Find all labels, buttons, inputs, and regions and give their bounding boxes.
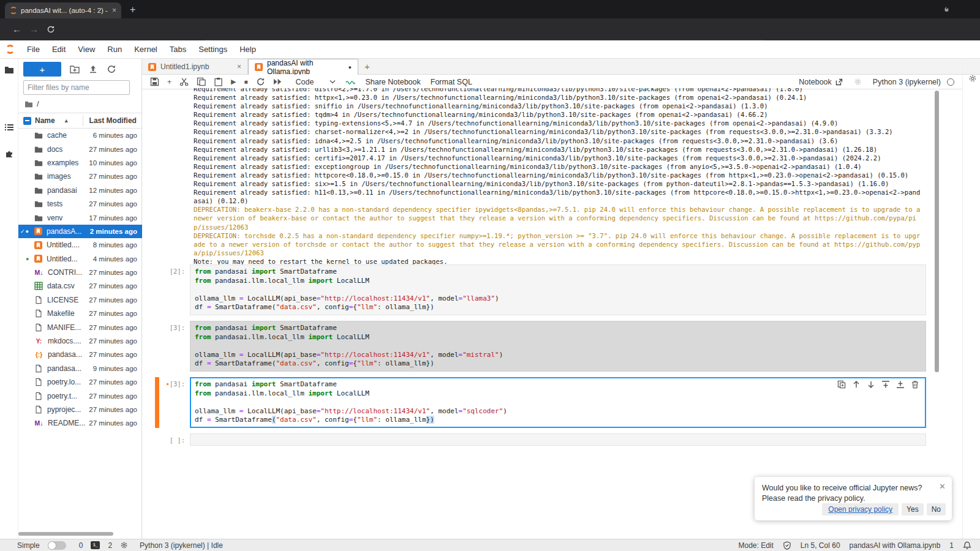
sql-squiggle-icon[interactable] [345, 79, 355, 85]
close-tab-icon[interactable]: × [237, 62, 241, 71]
new-browser-tab-button[interactable]: + [130, 4, 135, 15]
delete-cell-icon[interactable] [911, 380, 919, 389]
file-row[interactable]: pandasai12 minutes ago [18, 184, 142, 197]
cursor-position[interactable]: Ln 5, Col 60 [801, 541, 840, 550]
sort-ascending-icon[interactable]: ▲ [64, 118, 69, 124]
forward-icon[interactable]: → [29, 24, 39, 34]
file-row[interactable]: Y:mkdocs....27 minutes ago [18, 334, 142, 348]
paste-cells-icon[interactable] [214, 77, 223, 86]
no-button[interactable]: No [927, 503, 946, 515]
cell-editor[interactable]: from pandasai import SmartDataframefrom … [190, 377, 926, 428]
right-sidebar-gear-icon[interactable] [968, 74, 977, 83]
insert-cell-below-icon[interactable] [896, 380, 905, 389]
file-row[interactable]: LICENSE27 minutes ago [18, 293, 142, 307]
move-cell-up-icon[interactable] [852, 380, 861, 389]
cell-editor[interactable]: from pandasai import SmartDataframefrom … [190, 264, 926, 315]
external-link-icon[interactable] [835, 78, 843, 86]
file-row[interactable]: tests27 minutes ago [18, 197, 142, 211]
menu-settings[interactable]: Settings [192, 45, 233, 54]
browser-tab-close-icon[interactable]: × [112, 6, 116, 15]
upload-icon[interactable] [88, 64, 98, 74]
cell-editor[interactable] [190, 433, 926, 446]
file-row[interactable]: examples10 minutes ago [18, 156, 142, 170]
open-privacy-policy-button[interactable]: Open privacy policy [822, 503, 899, 515]
select-all-checkbox[interactable] [23, 117, 31, 125]
notebook-scrollbar-thumb[interactable] [935, 91, 939, 372]
file-row[interactable]: docs27 minutes ago [18, 142, 142, 156]
file-row[interactable]: cache6 minutes ago [18, 129, 142, 142]
tab-pandasai-with-ollama[interactable]: pandasAI with Ollama.ipynb ● [248, 59, 358, 75]
new-launcher-button[interactable]: + [23, 62, 61, 77]
yes-button[interactable]: Yes [902, 503, 924, 515]
close-icon[interactable]: ✕ [939, 482, 946, 491]
insert-cell-icon[interactable]: + [167, 78, 172, 86]
terminal-icon[interactable]: $_ [91, 541, 100, 549]
home-folder-icon[interactable] [24, 100, 33, 108]
notification-bell-icon[interactable] [963, 541, 971, 550]
menu-file[interactable]: File [21, 45, 46, 54]
share-notebook-button[interactable]: Share Notebook [365, 78, 420, 86]
chevron-down-icon[interactable] [330, 79, 336, 85]
cell-editor[interactable]: from pandasai import SmartDataframefrom … [190, 321, 926, 372]
cell-collapser[interactable] [155, 377, 159, 428]
menu-view[interactable]: View [72, 45, 101, 54]
file-row[interactable]: poetry.t...27 minutes ago [18, 389, 142, 402]
kernel-status-text[interactable]: Python 3 (ipykernel) | Idle [140, 541, 223, 550]
duplicate-cell-icon[interactable] [837, 380, 846, 389]
file-row[interactable]: ✓●pandasA...2 minutes ago [18, 225, 142, 238]
file-row[interactable]: pandasa...9 minutes ago [18, 362, 142, 375]
browser-extension-icon[interactable] [942, 5, 951, 13]
copy-cells-icon[interactable] [197, 77, 206, 86]
toolbar-gear-icon[interactable] [854, 78, 862, 86]
save-icon[interactable] [150, 77, 159, 86]
tab-untitled1[interactable]: Untitled1.ipynb × [142, 59, 248, 75]
file-row[interactable]: venv17 minutes ago [18, 211, 142, 224]
notebook-mode-label[interactable]: Notebook [799, 78, 832, 86]
file-filter-box[interactable] [23, 80, 130, 95]
menu-edit[interactable]: Edit [46, 45, 72, 54]
file-row[interactable]: pyprojec...27 minutes ago [18, 403, 142, 416]
file-row[interactable]: Makefile27 minutes ago [18, 307, 142, 320]
file-row[interactable]: {:}pandasa...27 minutes ago [18, 348, 142, 361]
kernel-status-icon[interactable] [947, 78, 954, 86]
execution-prompt[interactable]: [ ]: [150, 433, 190, 446]
mode-indicator[interactable]: Mode: Edit [738, 541, 773, 550]
menu-help[interactable]: Help [233, 45, 262, 54]
stop-kernel-icon[interactable]: ■ [244, 78, 247, 85]
restart-kernel-icon[interactable] [256, 77, 265, 86]
file-row[interactable]: poetry.lo...27 minutes ago [18, 375, 142, 389]
cut-cells-icon[interactable] [179, 77, 189, 86]
browser-tab[interactable]: pandasAI wit... (auto-4 : 2) - Ju × [5, 2, 121, 18]
move-cell-down-icon[interactable] [867, 380, 875, 389]
trust-shield-icon[interactable] [783, 541, 791, 550]
execution-prompt[interactable]: [3]: [150, 321, 190, 372]
format-sql-button[interactable]: Format SQL [431, 78, 472, 86]
menu-run[interactable]: Run [101, 45, 128, 54]
simple-mode-toggle[interactable] [48, 541, 66, 550]
cell-type-dropdown[interactable]: Code [296, 78, 314, 86]
file-row[interactable]: Untitled....8 minutes ago [18, 238, 142, 252]
file-row[interactable]: images27 minutes ago [18, 170, 142, 183]
column-name[interactable]: Name [35, 116, 55, 125]
refresh-file-list-icon[interactable] [107, 64, 116, 74]
table-of-contents-tab-icon[interactable] [4, 122, 14, 132]
extensions-tab-icon[interactable] [4, 149, 14, 159]
insert-cell-above-icon[interactable] [881, 380, 890, 389]
kernel-sessions-icon[interactable] [120, 541, 128, 549]
file-browser-tab-icon[interactable] [4, 65, 14, 75]
file-row[interactable]: data.csv27 minutes ago [18, 279, 142, 293]
kernel-name[interactable]: Python 3 (ipykernel) [873, 78, 941, 86]
execution-prompt[interactable]: [2]: [150, 264, 190, 315]
restart-run-all-icon[interactable] [273, 77, 282, 86]
breadcrumb[interactable]: / [24, 99, 39, 108]
add-tab-button[interactable]: + [364, 61, 370, 74]
menu-tabs[interactable]: Tabs [164, 45, 192, 54]
running-kernels-tab-icon[interactable] [4, 93, 14, 103]
column-last-modified[interactable]: Last Modified [89, 116, 137, 125]
file-filter-input[interactable] [24, 83, 126, 92]
file-row[interactable]: ●Untitled...4 minutes ago [18, 252, 142, 266]
reload-icon[interactable] [47, 25, 55, 34]
file-row[interactable]: MANIFE...27 minutes ago [18, 320, 142, 334]
new-folder-icon[interactable] [70, 64, 80, 74]
menu-kernel[interactable]: Kernel [128, 45, 164, 54]
